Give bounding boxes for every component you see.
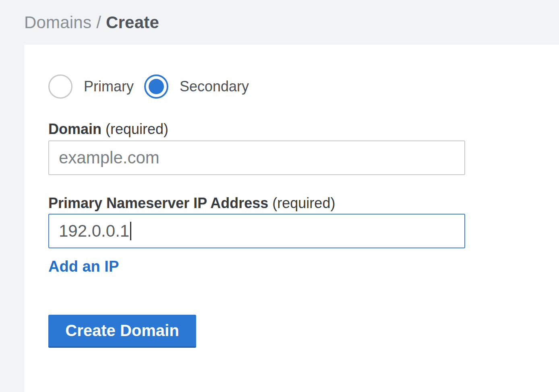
- ip-label-text: Primary Nameserver IP Address: [48, 195, 268, 211]
- radio-dot-icon: [149, 79, 164, 94]
- ip-input-value: 192.0.0.1: [59, 221, 129, 241]
- radio-option-primary[interactable]: Primary: [48, 74, 134, 99]
- breadcrumb-separator: /: [96, 13, 101, 32]
- text-cursor: [130, 222, 131, 240]
- breadcrumb-current-create: Create: [106, 13, 159, 32]
- page-header: Domains/Create: [0, 0, 559, 45]
- breadcrumb: Domains/Create: [24, 13, 159, 32]
- domain-label-text: Domain: [48, 121, 101, 137]
- ip-field-label: Primary Nameserver IP Address(required): [48, 194, 535, 212]
- radio-icon[interactable]: [48, 74, 72, 99]
- radio-option-secondary[interactable]: Secondary: [144, 74, 249, 99]
- radio-label-primary: Primary: [84, 78, 134, 95]
- domain-field-label: Domain(required): [48, 120, 535, 138]
- create-domain-button[interactable]: Create Domain: [48, 315, 196, 348]
- radio-icon[interactable]: [144, 74, 168, 99]
- add-ip-link[interactable]: Add an IP: [48, 258, 119, 275]
- domain-type-radio-group: Primary Secondary: [48, 74, 535, 99]
- breadcrumb-section-domains[interactable]: Domains: [24, 13, 91, 32]
- ip-required-hint: (required): [272, 195, 335, 211]
- radio-label-secondary: Secondary: [180, 78, 249, 95]
- domain-input[interactable]: [48, 140, 465, 175]
- ip-input[interactable]: 192.0.0.1: [48, 214, 465, 248]
- domain-required-hint: (required): [106, 121, 168, 137]
- create-domain-panel: Primary Secondary Domain(required) Prima…: [24, 45, 559, 392]
